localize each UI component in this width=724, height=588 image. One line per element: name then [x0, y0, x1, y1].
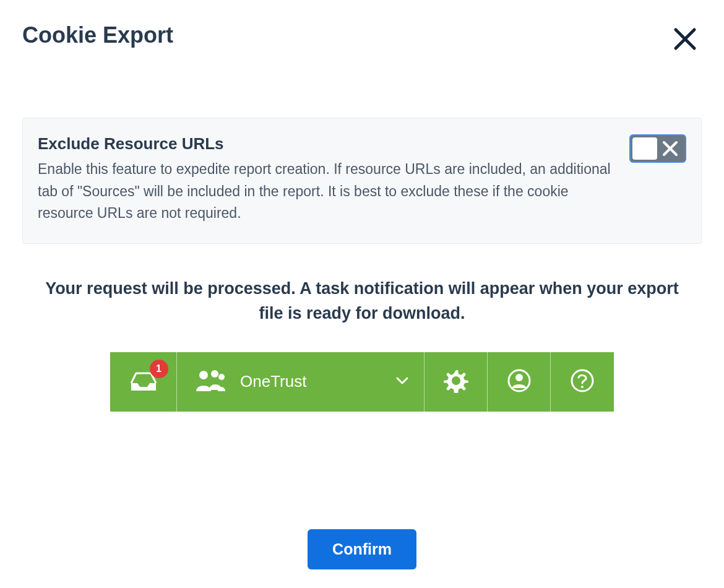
inbox-icon: 1 — [129, 368, 158, 396]
gear-icon — [444, 368, 468, 396]
notification-badge: 1 — [150, 360, 168, 378]
confirm-button[interactable]: Confirm — [308, 529, 416, 569]
option-title: Exclude Resource URLs — [38, 134, 614, 153]
svg-point-6 — [218, 374, 225, 380]
toolbar-preview: 1 OneTrust — [110, 352, 614, 412]
option-description: Enable this feature to expedite report c… — [38, 158, 614, 225]
exclude-resource-urls-card: Exclude Resource URLs Enable this featur… — [22, 118, 702, 244]
svg-point-10 — [515, 374, 523, 381]
toggle-knob — [632, 137, 657, 160]
confirm-button-wrap: Confirm — [22, 529, 702, 569]
toolbar-settings-cell — [424, 352, 488, 412]
close-icon — [672, 26, 698, 52]
toolbar-org-cell: OneTrust — [177, 352, 424, 412]
toggle-off-icon — [657, 141, 683, 157]
exclude-urls-toggle[interactable] — [629, 134, 686, 163]
user-circle-icon — [507, 368, 532, 396]
modal-title: Cookie Export — [22, 22, 173, 48]
svg-point-5 — [211, 370, 218, 378]
svg-point-8 — [452, 376, 460, 385]
processing-message: Your request will be processed. A task n… — [22, 276, 702, 326]
toolbar-inbox-cell: 1 — [110, 352, 177, 412]
close-button[interactable] — [668, 22, 702, 56]
chevron-down-icon — [395, 376, 409, 387]
modal-header: Cookie Export — [22, 22, 702, 56]
toolbar-profile-cell — [488, 352, 551, 412]
toolbar-org-label: OneTrust — [240, 372, 382, 391]
users-icon — [194, 369, 226, 395]
svg-point-4 — [199, 371, 208, 379]
cookie-export-modal: Cookie Export Exclude Resource URLs Enab… — [0, 0, 724, 588]
svg-point-12 — [581, 386, 584, 388]
help-icon — [570, 368, 595, 396]
option-text: Exclude Resource URLs Enable this featur… — [38, 134, 614, 225]
toolbar-help-cell — [551, 352, 614, 412]
